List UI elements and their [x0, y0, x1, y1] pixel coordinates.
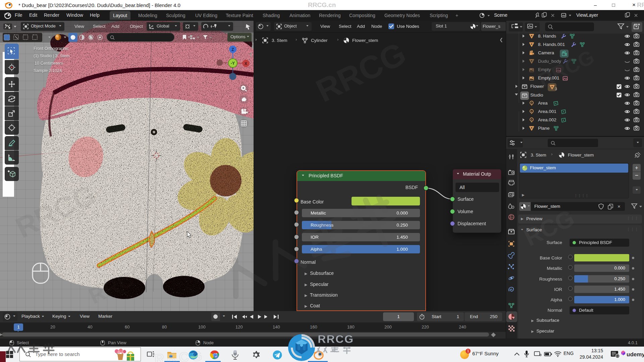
svg-text:8. Hands.001: 8. Hands.001: [538, 42, 565, 47]
svg-text:Plane: Plane: [538, 126, 550, 131]
svg-text:Camera: Camera: [538, 50, 554, 55]
svg-text:Dudu_body: Dudu_body: [538, 59, 561, 64]
svg-text:Empty.001: Empty.001: [538, 75, 559, 80]
svg-text:udemy: udemy: [627, 351, 644, 358]
svg-text:Area.001: Area.001: [538, 109, 556, 114]
svg-text:3: 3: [555, 87, 557, 91]
svg-text:8. Hands: 8. Hands: [538, 34, 556, 39]
svg-text:RRCG: RRCG: [154, 348, 205, 362]
svg-text:Area: Area: [538, 101, 548, 106]
svg-text:Studio: Studio: [530, 93, 543, 98]
svg-text:Empty: Empty: [538, 67, 551, 72]
svg-text:Area.002: Area.002: [538, 117, 556, 122]
svg-text:Flower: Flower: [530, 84, 544, 89]
